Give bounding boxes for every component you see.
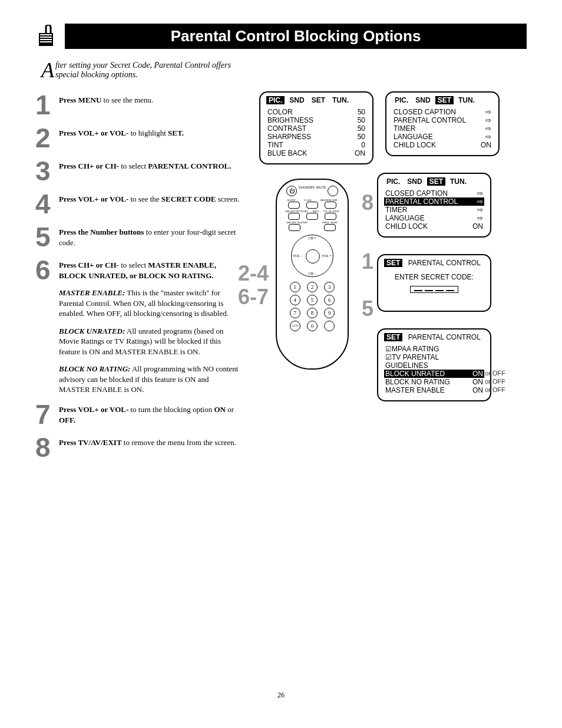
remote-control-illustration: ⏻ STANDBY MUTE SLEEPCALLBOOKMARK: [276, 179, 349, 370]
tab-set: SET: [435, 96, 454, 104]
mts-button: [306, 213, 318, 220]
smart-sound-button: [289, 224, 300, 231]
step-number: 2: [35, 124, 59, 151]
a-ch-button: A/CH: [290, 321, 300, 331]
svg-rect-1: [40, 34, 52, 35]
digit-4: 4: [290, 295, 300, 305]
digit-1: 1: [290, 282, 300, 292]
digit-6: 6: [324, 295, 335, 305]
sleep-button: [288, 202, 300, 209]
illustration-column: PIC. SND SET TUN. COLOR50 BRIGHTNESS50 C…: [259, 91, 527, 467]
standby-button: ⏻: [286, 186, 297, 196]
book-icon: [35, 25, 59, 48]
steps-column: 1 Press MENU to see the menu. 2 Press VO…: [35, 91, 242, 467]
tab-tun: TUN.: [330, 96, 351, 104]
digit-0: 0: [307, 321, 318, 331]
step-text: Press MENU to see the menu.: [59, 91, 153, 118]
digit-9: 9: [324, 308, 335, 318]
digit-8: 8: [307, 308, 318, 318]
smart-picture-button: [288, 213, 300, 220]
digit-2: 2: [307, 282, 318, 292]
osd-pic-menu: PIC. SND SET TUN. COLOR50 BRIGHTNESS50 C…: [259, 91, 373, 164]
step-number: 5: [35, 223, 59, 251]
svg-rect-2: [40, 37, 52, 38]
step-text: Press TV/AV/EXIT to remove the menu from…: [59, 434, 236, 461]
step-text: Press CH+ or CH- to select PARENTAL CONT…: [59, 157, 231, 185]
osd-parental-options: SET PARENTAL CONTROL ☑MPAA RATING ☑TV PA…: [377, 328, 491, 401]
step-text: Press VOL+ or VOL- to see the SECRET COD…: [59, 190, 239, 218]
callout-2-4: 2-4: [238, 261, 269, 286]
osd-set-menu: PIC. SND SET TUN. CLOSED CAPTION⇨ PARENT…: [385, 91, 500, 156]
step-number: 1: [35, 91, 59, 118]
digit-5: 5: [307, 295, 318, 305]
callout-1: 1: [362, 249, 373, 274]
callout-6-7: 6-7: [238, 285, 269, 309]
tab-set: SET: [309, 96, 328, 104]
vol-down-button: VOL –: [293, 254, 303, 258]
svg-rect-4: [40, 41, 52, 42]
menu-button: [306, 249, 320, 263]
ch-up-button: CH +: [308, 236, 316, 240]
ch-down-button: CH –: [309, 272, 316, 275]
call-button: [306, 202, 318, 209]
vol-up-button: VOL +: [322, 254, 332, 258]
step-number: 3: [35, 157, 59, 185]
step-text: Press VOL+ or VOL- to highlight SET.: [59, 124, 184, 151]
digit-7: 7: [290, 308, 300, 318]
step-number: 4: [35, 190, 59, 218]
tab-tun: TUN.: [456, 96, 477, 104]
tab-snd: SND: [287, 96, 306, 104]
page-number: 26: [35, 691, 527, 700]
callout-5: 5: [362, 297, 373, 321]
incr-surf-button: [324, 224, 336, 231]
bookmark-button: [325, 202, 336, 209]
mute-button: [328, 186, 338, 196]
step-number: 6: [35, 256, 59, 395]
step-text: Press the Number buttons to enter your f…: [59, 223, 242, 251]
osd-secret-code: SET PARENTAL CONTROL ENTER SECRET CODE:: [377, 254, 491, 312]
step-number: 7: [35, 401, 59, 428]
step-text: Press CH+ or CH- to select MASTER ENABLE…: [59, 256, 242, 395]
osd-set-menu-highlighted: PIC. SND SET TUN. CLOSED CAPTION⇨ PARENT…: [377, 173, 491, 238]
step-number: 8: [35, 434, 59, 461]
tab-snd: SND: [413, 96, 432, 104]
page-title: Parental Control Blocking Options: [65, 24, 527, 49]
tab-pic: PIC.: [392, 96, 411, 104]
step-text: Press VOL+ or VOL- to turn the blocking …: [59, 401, 242, 428]
intro-text: After setting your Secret Code, Parental…: [41, 61, 242, 80]
svg-rect-3: [40, 39, 52, 40]
tvav-exit-button: [325, 213, 336, 220]
tab-pic: PIC.: [266, 96, 285, 104]
blank-button: [324, 321, 335, 331]
digit-3: 3: [324, 282, 335, 292]
callout-8: 8: [362, 190, 373, 215]
